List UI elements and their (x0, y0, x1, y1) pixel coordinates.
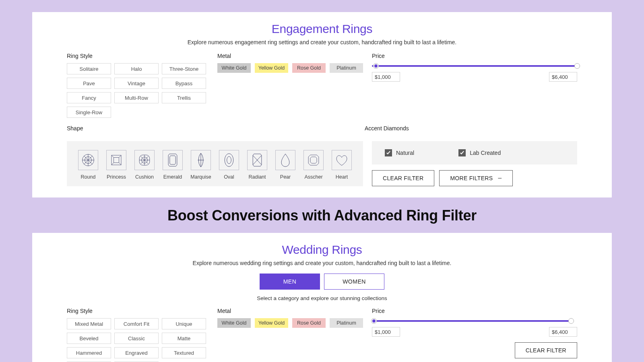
marquise-icon (191, 150, 211, 170)
svg-point-7 (227, 156, 231, 164)
pear-icon (275, 150, 295, 170)
price-label: Price (372, 308, 577, 314)
chip-three-stone[interactable]: Three-Stone (162, 63, 206, 74)
clear-filter-button[interactable]: CLEAR FILTER (515, 342, 577, 358)
price-max-input[interactable] (549, 327, 577, 337)
metal-yellow-gold[interactable]: Yellow Gold (255, 63, 288, 73)
chip-vintage[interactable]: Vintage (114, 78, 159, 89)
emerald-icon (163, 150, 183, 170)
metal-rose-gold[interactable]: Rose Gold (292, 63, 326, 73)
shape-cushion[interactable]: Cushion (134, 150, 155, 180)
chip-beveled[interactable]: Beveled (67, 333, 111, 344)
slider-handle-max[interactable] (574, 63, 580, 69)
shape-round[interactable]: Round (78, 150, 98, 180)
heart-icon (332, 150, 352, 170)
category-hint: Select a category and explore our stunni… (67, 295, 577, 301)
price-min-input[interactable] (372, 327, 400, 337)
chip-unique[interactable]: Unique (162, 318, 206, 329)
metal-white-gold[interactable]: White Gold (217, 63, 251, 73)
metal-yellow-gold[interactable]: Yellow Gold (255, 318, 288, 328)
metal-platinum[interactable]: Platinum (330, 318, 363, 328)
price-max-input[interactable] (549, 72, 577, 82)
chip-single-row[interactable]: Single-Row (67, 107, 111, 118)
slider-handle-min[interactable] (373, 63, 379, 69)
chip-matte[interactable]: Matte (162, 333, 206, 344)
chip-trellis[interactable]: Trellis (162, 92, 206, 103)
shape-pear[interactable]: Pear (275, 150, 295, 180)
chip-solitaire[interactable]: Solitaire (67, 63, 111, 74)
svg-rect-3 (114, 158, 119, 163)
tab-men[interactable]: MEN (260, 274, 320, 290)
chip-mixed-metal[interactable]: Mixed Metal (67, 318, 111, 329)
cushion-icon (134, 150, 155, 170)
chip-pave[interactable]: Pave (67, 78, 111, 89)
chip-hammered[interactable]: Hammered (67, 347, 111, 358)
engagement-panel: Engagement Rings Explore numerous engage… (32, 12, 612, 197)
price-min-input[interactable] (372, 72, 400, 82)
chip-multi-row[interactable]: Multi-Row (114, 92, 159, 103)
ring-style-label: Ring Style (67, 53, 208, 59)
wedding-panel: Wedding Rings Explore numerous wedding r… (32, 233, 612, 362)
metal-platinum[interactable]: Platinum (330, 63, 363, 73)
shape-marquise[interactable]: Marquise (191, 150, 211, 180)
slider-handle-max[interactable] (568, 318, 574, 324)
metal-rose-gold[interactable]: Rose Gold (292, 318, 326, 328)
more-filters-button[interactable]: MORE FILTERS − (439, 170, 513, 186)
metal-white-gold[interactable]: White Gold (217, 318, 251, 328)
check-icon (458, 149, 466, 156)
shape-heart[interactable]: Heart (332, 150, 352, 180)
wedding-subtitle: Explore numerous wedding ring settings a… (67, 260, 577, 266)
shape-asscher[interactable]: Asscher (303, 150, 324, 180)
engagement-subtitle: Explore numerous engagement ring setting… (67, 39, 577, 45)
tab-women[interactable]: WOMEN (324, 274, 384, 290)
chip-classic[interactable]: Classic (114, 333, 159, 344)
shape-label: Shape (67, 125, 356, 132)
ring-style-chips: Solitaire Halo Three-Stone Pave Vintage … (67, 63, 208, 118)
oval-icon (219, 150, 239, 170)
price-slider[interactable] (372, 318, 577, 324)
chip-fancy[interactable]: Fancy (67, 92, 111, 103)
minus-icon: − (497, 175, 502, 182)
asscher-icon (303, 150, 324, 170)
slider-handle-min[interactable] (371, 318, 377, 324)
marketing-headline: Boost Conversions with Advanced Ring Fil… (32, 207, 612, 224)
shape-strip: Round Princess Cushion Emerald Marquise … (67, 141, 363, 186)
chip-comfort-fit[interactable]: Comfort Fit (114, 318, 159, 329)
princess-icon (106, 150, 126, 170)
checkbox-natural[interactable]: Natural (385, 148, 414, 157)
clear-filter-button[interactable]: CLEAR FILTER (372, 170, 434, 186)
ring-style-label: Ring Style (67, 308, 208, 314)
check-icon (385, 149, 392, 156)
shape-princess[interactable]: Princess (106, 150, 126, 180)
shape-oval[interactable]: Oval (219, 150, 239, 180)
price-label: Price (372, 53, 577, 59)
chip-textured[interactable]: Textured (162, 347, 206, 358)
price-slider[interactable] (372, 63, 577, 69)
accent-label: Accent Diamonds (365, 125, 577, 132)
checkbox-lab-created[interactable]: Lab Created (458, 148, 501, 157)
shape-radiant[interactable]: Radiant (247, 150, 267, 180)
round-icon (78, 150, 98, 170)
accent-panel: Natural Lab Created (372, 141, 577, 165)
shape-emerald[interactable]: Emerald (163, 150, 183, 180)
metal-label: Metal (217, 53, 363, 59)
metal-label: Metal (217, 308, 363, 314)
chip-halo[interactable]: Halo (114, 63, 159, 74)
svg-point-6 (225, 154, 233, 167)
wedding-title: Wedding Rings (67, 243, 577, 257)
chip-engraved[interactable]: Engraved (114, 347, 159, 358)
chip-bypass[interactable]: Bypass (162, 78, 206, 89)
radiant-icon (247, 150, 267, 170)
engagement-title: Engagement Rings (67, 22, 577, 36)
